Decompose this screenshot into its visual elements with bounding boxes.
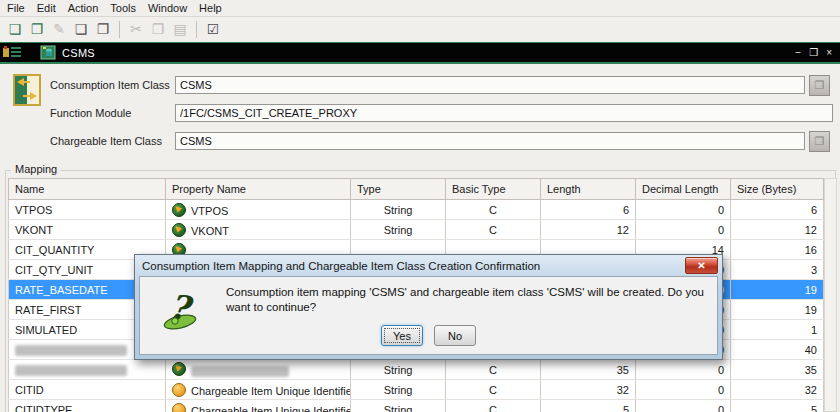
cell-length[interactable]: 12 [541, 220, 636, 240]
cell-size-bytes[interactable]: 32 [731, 380, 824, 400]
column-header-decimal-length[interactable]: Decimal Length [636, 179, 731, 200]
cell-basic-type[interactable]: C [446, 200, 541, 220]
table-row[interactable]: CITIDTYPEChargeable Item Unique Identifi… [9, 400, 824, 412]
cell-basic-type[interactable]: C [446, 360, 541, 380]
toolbar: ❏❐✎❏❐✂❐▤☑ [0, 17, 840, 41]
toolbar-separator [196, 21, 197, 38]
redacted-text [191, 366, 289, 377]
cell-basic-type[interactable]: C [446, 220, 541, 240]
yes-button[interactable]: Yes [381, 325, 423, 346]
chargeable-item-class-input[interactable] [175, 132, 805, 150]
app-icon [2, 45, 26, 60]
dialog-body: ? Consumption item mapping 'CSMS' and ch… [139, 276, 718, 355]
duplicate-icon: ❐ [148, 19, 168, 39]
cell-length[interactable]: 6 [541, 200, 636, 220]
cell-decimal-length[interactable]: 0 [636, 360, 731, 380]
dialog-title: Consumption Item Mapping and Chargeable … [142, 260, 540, 272]
menu-window[interactable]: Window [144, 1, 195, 16]
cell-property-name[interactable]: Chargeable Item Unique Identifier [166, 380, 351, 400]
cell-size-bytes[interactable]: 19 [731, 280, 824, 300]
restore-window-button[interactable]: ❐ [809, 48, 818, 58]
cell-length[interactable]: 35 [541, 360, 636, 380]
column-header-length[interactable]: Length [541, 179, 636, 200]
application-window: FileEditActionToolsWindowHelp ❏❐✎❏❐✂❐▤☑ … [0, 0, 840, 412]
cell-decimal-length[interactable]: 0 [636, 380, 731, 400]
cell-size-bytes[interactable]: 3 [731, 260, 824, 280]
cell-length[interactable]: 5 [541, 400, 636, 412]
cell-type[interactable]: String [351, 200, 446, 220]
chargeable-item-class-browse-button[interactable]: ❐ [809, 131, 830, 152]
cell-size-bytes[interactable]: 35 [731, 360, 824, 380]
cell-type[interactable]: String [351, 400, 446, 412]
display-icon[interactable]: ❏ [71, 19, 91, 39]
toolbar-separator [119, 21, 120, 38]
table-row[interactable]: CITIDChargeable Item Unique IdentifierSt… [9, 380, 824, 400]
cell-property-name[interactable]: VTPOS [166, 200, 351, 220]
cell-property-name[interactable]: Chargeable Item Unique Identifier ... [166, 400, 351, 412]
menu-action[interactable]: Action [64, 1, 107, 16]
cell-decimal-length[interactable]: 0 [636, 400, 731, 412]
dialog-message: Consumption item mapping 'CSMS' and char… [226, 285, 704, 315]
menu-bar: FileEditActionToolsWindowHelp [0, 0, 840, 17]
menu-edit[interactable]: Edit [33, 1, 64, 16]
menu-file[interactable]: File [3, 1, 33, 16]
consumption-item-class-browse-button[interactable]: ❐ [809, 75, 830, 96]
generated-property-icon [172, 403, 186, 412]
cell-size-bytes[interactable]: 5 [731, 400, 824, 412]
table-row[interactable]: VKONTVKONTStringC12012 [9, 220, 824, 240]
cell-type[interactable]: String [351, 360, 446, 380]
cell-name[interactable]: CITID [9, 380, 166, 400]
print-icon: ▤ [170, 19, 190, 39]
cell-name[interactable]: VTPOS [9, 200, 166, 220]
dialog-close-button[interactable]: ✕ [685, 257, 718, 274]
view-icon [40, 45, 56, 60]
column-header-type[interactable]: Type [351, 179, 446, 200]
cell-decimal-length[interactable]: 0 [636, 220, 731, 240]
cell-size-bytes[interactable]: 12 [731, 220, 824, 240]
change-icon[interactable]: ❐ [93, 19, 113, 39]
cell-decimal-length[interactable]: 0 [636, 200, 731, 220]
table-vertical-scrollbar[interactable] [824, 178, 837, 412]
confirmation-dialog: Consumption Item Mapping and Chargeable … [134, 254, 723, 360]
mapping-icon [13, 74, 41, 108]
cell-name[interactable]: VKONT [9, 220, 166, 240]
minimize-window-button[interactable]: − [795, 48, 801, 58]
function-module-input[interactable] [175, 104, 833, 122]
dialog-title-bar[interactable]: Consumption Item Mapping and Chargeable … [139, 255, 718, 276]
column-header-size-bytes-[interactable]: Size (Bytes) [731, 179, 824, 200]
check-icon[interactable]: ☑ [203, 19, 223, 39]
mapped-property-icon [172, 362, 186, 376]
cell-size-bytes[interactable]: 40 [731, 340, 824, 360]
column-header-name[interactable]: Name [9, 179, 166, 200]
form-row: Chargeable Item Class ❐ [50, 131, 805, 151]
cell-type[interactable]: String [351, 380, 446, 400]
column-header-basic-type[interactable]: Basic Type [446, 179, 541, 200]
cell-size-bytes[interactable]: 16 [731, 240, 824, 260]
chargeable-item-class-label: Chargeable Item Class [50, 135, 175, 147]
cell-size-bytes[interactable]: 1 [731, 320, 824, 340]
cell-basic-type[interactable]: C [446, 400, 541, 412]
copy-icon[interactable]: ❐ [27, 19, 47, 39]
redacted-text [15, 345, 127, 356]
table-row[interactable]: StringC35035 [9, 360, 824, 380]
cell-name[interactable] [9, 360, 166, 380]
menu-tools[interactable]: Tools [106, 1, 144, 16]
cell-property-name[interactable] [166, 360, 351, 380]
close-window-button[interactable]: × [826, 48, 832, 58]
create-icon[interactable]: ❏ [5, 19, 25, 39]
cell-name[interactable]: CITIDTYPE [9, 400, 166, 412]
cell-size-bytes[interactable]: 6 [731, 200, 824, 220]
window-title-bar: CSMS −❐× [0, 42, 840, 64]
form-row: Consumption Item Class ❐ [50, 75, 805, 95]
cell-type[interactable]: String [351, 220, 446, 240]
table-row[interactable]: VTPOSVTPOSStringC606 [9, 200, 824, 220]
cell-property-name[interactable]: VKONT [166, 220, 351, 240]
cell-length[interactable]: 32 [541, 380, 636, 400]
consumption-item-class-label: Consumption Item Class [50, 79, 175, 91]
cell-size-bytes[interactable]: 19 [731, 300, 824, 320]
consumption-item-class-input[interactable] [175, 76, 805, 94]
no-button[interactable]: No [434, 325, 476, 346]
column-header-property-name[interactable]: Property Name [166, 179, 351, 200]
cell-basic-type[interactable]: C [446, 380, 541, 400]
menu-help[interactable]: Help [195, 1, 230, 16]
